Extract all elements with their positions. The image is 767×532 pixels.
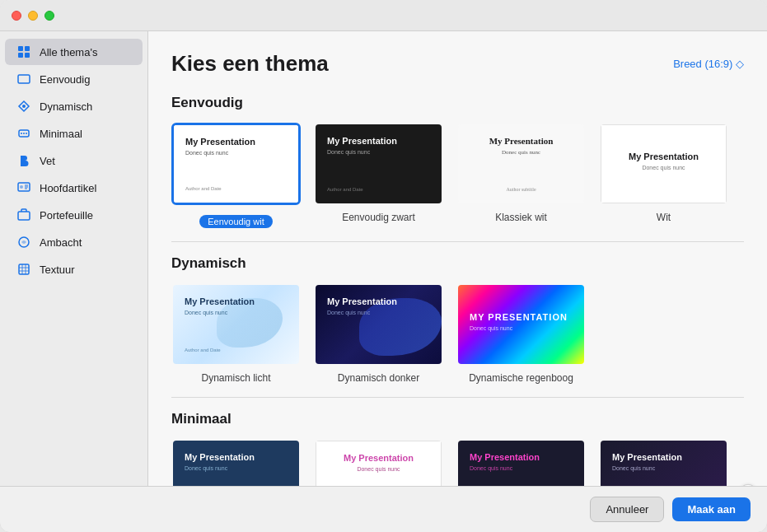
sidebar-item-bold-label: Vet <box>40 155 55 167</box>
thumb-title: MY PRESENTATION <box>470 312 573 322</box>
divider-2 <box>171 397 744 398</box>
sidebar: Alle thema's Eenvoudig Dynamisch Minimaa… <box>0 31 148 486</box>
thumb-subtitle: Donec quis nunc <box>502 149 540 156</box>
dynamic-icon <box>16 99 31 114</box>
theme-thumbnail-dynamische-regenboog[interactable]: MY PRESENTATION Donec quis nunc <box>456 283 586 366</box>
thumb-author: Author and Date <box>327 187 430 192</box>
theme-label-dynamische-regenboog: Dynamische regenboog <box>469 372 573 384</box>
thumb-title: My Presentation <box>327 136 430 146</box>
bold-icon <box>16 153 31 168</box>
portfolio-icon <box>16 208 31 222</box>
svg-rect-17 <box>19 264 29 274</box>
thumb-subtitle: Donec quis nunc <box>185 150 287 156</box>
theme-label-dynamisch-donker: Dynamisch donker <box>338 372 419 384</box>
title-bar <box>0 0 767 31</box>
svg-rect-0 <box>18 46 23 51</box>
sidebar-item-texture-label: Textuur <box>40 264 75 276</box>
feature-icon <box>16 180 31 195</box>
section-title-eenvoudig: Eenvoudig <box>171 95 744 111</box>
svg-point-5 <box>22 105 26 108</box>
theme-thumbnail-eenvoudig-zwart[interactable]: My Presentation Donec quis nunc Author a… <box>314 123 443 205</box>
sidebar-item-craft[interactable]: Ambacht <box>5 229 143 255</box>
theme-thumbnail-dynamisch-licht[interactable]: My Presentation Donec quis nunc Author a… <box>171 283 301 366</box>
theme-item-dynamisch-donker[interactable]: My Presentation Donec quis nunc Dynamisc… <box>314 283 443 384</box>
page-header: Kies een thema Breed (16:9) ◇ <box>171 51 744 77</box>
svg-point-8 <box>23 133 25 134</box>
thumb-title: My Presentation <box>327 296 430 306</box>
thumb-subtitle: Donec quis nunc <box>327 310 430 315</box>
sidebar-item-feature[interactable]: Hoofdartikel <box>5 175 143 201</box>
thumb-author: Author and Date <box>185 348 288 352</box>
page-title: Kies een thema <box>171 51 329 77</box>
create-button[interactable]: Maak aan <box>672 497 751 521</box>
maximize-button[interactable] <box>44 11 54 21</box>
main-content: Alle thema's Eenvoudig Dynamisch Minimaa… <box>0 31 767 486</box>
sidebar-item-craft-label: Ambacht <box>40 236 82 249</box>
theme-item-kleur-verloop[interactable]: My Presentation Donec quis nunc Author a… <box>456 439 586 486</box>
sidebar-item-bold[interactable]: Vet <box>5 147 143 174</box>
theme-item-eenvoudig-zwart[interactable]: My Presentation Donec quis nunc Author a… <box>314 123 443 228</box>
thumb-subtitle: Donec quis nunc <box>185 465 288 471</box>
theme-item-lichte-kleur[interactable]: My Presentation Donec quis nunc Author a… <box>314 439 443 486</box>
theme-thumbnail-klassiek-wit[interactable]: My Presentation Donec quis nunc Author s… <box>456 123 586 205</box>
theme-thumbnail-eenvoudig-wit[interactable]: My Presentation Donec quis nunc Author a… <box>171 123 301 205</box>
simple-icon <box>16 72 31 86</box>
svg-rect-4 <box>18 75 30 83</box>
sidebar-item-all-label: Alle thema's <box>40 46 97 58</box>
sidebar-item-portfolio[interactable]: Portefeuille <box>5 202 143 228</box>
theme-label-dynamisch-licht: Dynamisch licht <box>201 372 270 384</box>
theme-label-wit: Wit <box>657 212 671 223</box>
texture-icon <box>16 262 31 277</box>
sidebar-item-dynamic[interactable]: Dynamisch <box>5 93 143 119</box>
sidebar-item-feature-label: Hoofdartikel <box>40 182 96 194</box>
selected-badge-eenvoudig-wit: Eenvoudig wit <box>199 215 273 228</box>
close-button[interactable] <box>12 11 21 21</box>
thumb-title: My Presentation <box>470 452 573 462</box>
thumb-subtitle: Donec quis nunc <box>470 465 573 471</box>
theme-item-eenvoudig-wit[interactable]: My Presentation Donec quis nunc Author a… <box>171 123 301 228</box>
aspect-ratio-label: Breed (16:9) ◇ <box>673 58 744 70</box>
minimal-icon <box>16 126 31 141</box>
main-area: Kies een thema Breed (16:9) ◇ Eenvoudig … <box>148 31 767 486</box>
theme-grid-minimaal: My Presentation Donec quis nunc Author a… <box>171 439 744 486</box>
theme-item-basiskleur[interactable]: My Presentation Donec quis nunc Author a… <box>171 439 301 486</box>
cancel-button[interactable]: Annuleer <box>590 497 664 522</box>
aspect-ratio-selector[interactable]: Breed (16:9) ◇ <box>673 58 744 70</box>
svg-point-11 <box>20 185 23 189</box>
theme-item-dynamische-regenboog[interactable]: MY PRESENTATION Donec quis nunc Dynamisc… <box>456 283 586 384</box>
theme-thumbnail-lichte-kleur[interactable]: My Presentation Donec quis nunc Author a… <box>314 439 443 486</box>
sidebar-item-all[interactable]: Alle thema's <box>5 39 143 65</box>
sidebar-item-texture[interactable]: Textuur <box>5 256 143 282</box>
sidebar-item-simple-label: Eenvoudig <box>40 73 90 86</box>
svg-rect-1 <box>25 46 30 51</box>
section-eenvoudig: Eenvoudig My Presentation Donec quis nun… <box>171 95 744 228</box>
theme-item-verlooptint[interactable]: My Presentation Donec quis nunc Author a… <box>599 439 728 486</box>
thumb-author: Author subtitle <box>506 187 535 192</box>
app-window: Alle thema's Eenvoudig Dynamisch Minimaa… <box>0 0 767 532</box>
section-title-dynamisch: Dynamisch <box>171 255 744 272</box>
theme-item-klassiek-wit[interactable]: My Presentation Donec quis nunc Author s… <box>456 123 586 228</box>
divider-1 <box>171 241 744 242</box>
thumb-subtitle: Donec quis nunc <box>185 310 288 315</box>
thumb-title: My Presentation <box>489 136 554 146</box>
thumb-subtitle: Donec quis nunc <box>357 466 400 472</box>
thumb-subtitle: Donec quis nunc <box>470 325 573 331</box>
thumb-title: My Presentation <box>344 453 414 463</box>
thumb-author: Author and Date <box>185 186 287 191</box>
svg-point-7 <box>21 133 22 134</box>
theme-thumbnail-kleur-verloop[interactable]: My Presentation Donec quis nunc Author a… <box>456 439 586 486</box>
theme-item-dynamisch-licht[interactable]: My Presentation Donec quis nunc Author a… <box>171 283 301 384</box>
theme-item-wit[interactable]: My Presentation Donec quis nunc Wit <box>599 123 728 228</box>
theme-thumbnail-basiskleur[interactable]: My Presentation Donec quis nunc Author a… <box>171 439 301 486</box>
thumb-title: My Presentation <box>185 452 288 462</box>
section-title-minimaal: Minimaal <box>171 411 744 427</box>
sidebar-item-portfolio-label: Portefeuille <box>40 209 93 222</box>
thumb-title: My Presentation <box>612 452 715 462</box>
theme-thumbnail-wit[interactable]: My Presentation Donec quis nunc <box>599 123 728 205</box>
sidebar-item-simple[interactable]: Eenvoudig <box>5 66 143 92</box>
theme-thumbnail-verlooptint[interactable]: My Presentation Donec quis nunc Author a… <box>599 439 728 486</box>
theme-grid-eenvoudig: My Presentation Donec quis nunc Author a… <box>171 123 744 228</box>
minimize-button[interactable] <box>28 11 38 21</box>
sidebar-item-minimal[interactable]: Minimaal <box>5 120 143 147</box>
theme-thumbnail-dynamisch-donker[interactable]: My Presentation Donec quis nunc <box>314 283 443 366</box>
